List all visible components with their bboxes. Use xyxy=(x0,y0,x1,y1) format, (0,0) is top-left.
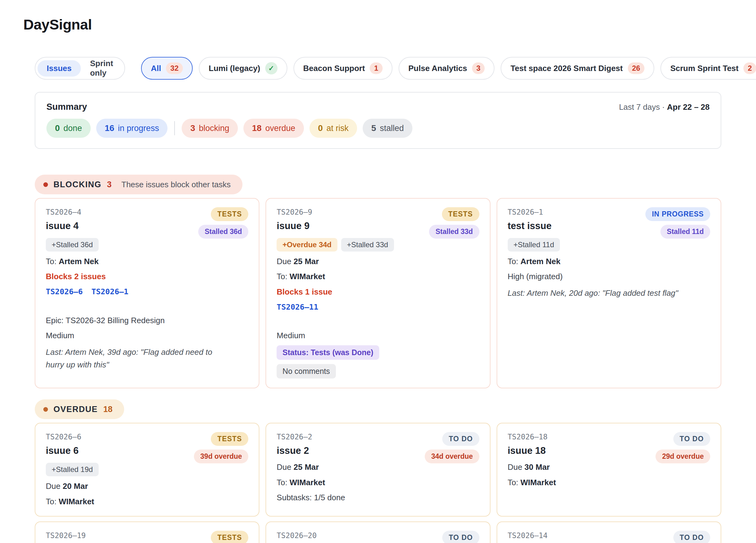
summary-stats: 0done16in progress3blocking18overdue0at … xyxy=(46,119,710,138)
detail-line: To: WIMarket xyxy=(277,272,479,282)
status-badge: IN PROGRESS xyxy=(645,207,710,221)
issue-card-ts2026-19[interactable]: TESTS29d overdueTS2026–19isuue 19+Stalle… xyxy=(35,521,259,543)
space-filter-label: Test space 2026 Smart Digest xyxy=(510,64,623,73)
status-pill: No comments xyxy=(277,364,336,379)
stat-at-risk: 0at risk xyxy=(309,119,357,138)
issue-chips: +Stalled 11d xyxy=(508,238,710,251)
count-badge: 3 xyxy=(472,62,485,74)
stat-label: overdue xyxy=(265,124,295,133)
view-toggle-sprint-only[interactable]: Sprint only xyxy=(81,55,122,81)
space-filter-label: Beacon Support xyxy=(303,64,365,73)
issue-card-ts2026-1[interactable]: IN PROGRESSStalled 11dTS2026–1test issue… xyxy=(497,198,721,388)
card-badges: TESTS29d overdue xyxy=(194,531,249,543)
pill-row: Status: Tests (was Done) xyxy=(277,345,479,360)
spacer xyxy=(277,312,479,326)
detail-line: To: WIMarket xyxy=(508,478,710,488)
status-badge: 39d overdue xyxy=(194,450,249,463)
issue-card-ts2026-2[interactable]: TO DO34d overdueTS2026–2issue 2Due 25 Ma… xyxy=(266,423,490,517)
issue-chips: +Stalled 36d xyxy=(46,238,248,251)
issue-title: isuue 4 xyxy=(46,219,212,232)
summary-header: Summary Last 7 days · Apr 22 – 28 xyxy=(46,102,710,112)
check-icon: ✓ xyxy=(265,62,278,74)
card-badges: TO DO29d overdue xyxy=(656,432,710,463)
page-title: DaySignal xyxy=(23,16,721,33)
detail-line: High (migrated) xyxy=(508,272,710,282)
issue-chip: +Stalled 11d xyxy=(508,238,560,251)
status-badge: TO DO xyxy=(442,432,479,446)
section-count: 18 xyxy=(103,405,112,414)
card-grid-blocking: TESTSStalled 36dTS2026–4isuue 4+Stalled … xyxy=(35,198,721,388)
issue-details: Due 20 MarTo: WIMarket xyxy=(46,481,248,507)
card-badges: TESTS39d overdue xyxy=(194,432,249,463)
issue-details: Due 25 MarTo: WIMarketBlocks 1 issueTS20… xyxy=(277,256,479,379)
detail-value: 25 Mar xyxy=(293,462,319,472)
space-filter-lumi-legacy[interactable]: Lumi (legacy)✓ xyxy=(199,57,287,80)
issue-link[interactable]: TS2026–1 xyxy=(91,287,128,297)
summary-period: Last 7 days · Apr 22 – 28 xyxy=(619,102,710,112)
detail-value: Artem Nek xyxy=(521,257,561,266)
stats-divider xyxy=(174,121,175,135)
card-badges: IN PROGRESSStalled 11d xyxy=(645,207,710,238)
section-dot-icon xyxy=(43,182,48,187)
detail-value: Artem Nek xyxy=(59,257,99,266)
space-filter-all[interactable]: All32 xyxy=(141,57,193,80)
detail-line: Subtasks: 1/5 done xyxy=(277,493,479,503)
card-badges: TO DO26d overdue xyxy=(656,531,710,543)
issue-card-ts2026-9[interactable]: TESTSStalled 33dTS2026–9isuue 9+Overdue … xyxy=(266,198,490,388)
filter-row: IssuesSprint only All32Lumi (legacy)✓Bea… xyxy=(35,57,721,80)
detail-value: WIMarket xyxy=(289,478,325,487)
detail-line: Due 25 Mar xyxy=(277,256,479,267)
card-badges: TO DO34d overdue xyxy=(425,432,479,463)
issue-card-ts2026-6[interactable]: TESTS39d overdueTS2026–6isuue 6+Stalled … xyxy=(35,423,259,517)
issue-chips: +Stalled 19d xyxy=(46,463,248,476)
issue-card-ts2026-14[interactable]: TO DO26d overdueTS2026–14Sub-task 7.1.7 … xyxy=(497,521,721,543)
issue-details: To: Artem NekBlocks 2 issuesTS2026–6TS20… xyxy=(46,256,248,371)
issue-link[interactable]: TS2026–11 xyxy=(277,302,318,313)
issue-card-ts2026-18[interactable]: TO DO29d overdueTS2026–18isuue 18Due 30 … xyxy=(497,423,721,517)
status-pill: Status: Tests (was Done) xyxy=(277,345,379,360)
section-dot-icon xyxy=(43,407,48,412)
issue-chips: +Overdue 34d+Stalled 33d xyxy=(277,238,479,251)
section-blocking: BLOCKING3These issues block other tasksT… xyxy=(35,149,721,388)
space-filter-pulse-analytics[interactable]: Pulse Analytics3 xyxy=(399,57,495,80)
count-badge: 26 xyxy=(628,62,645,74)
pill-row: No comments xyxy=(277,364,479,379)
stat-done: 0done xyxy=(46,119,91,138)
stat-value: 16 xyxy=(105,123,114,133)
issue-card-ts2026-4[interactable]: TESTSStalled 36dTS2026–4isuue 4+Stalled … xyxy=(35,198,259,388)
linked-issues: TS2026–11 xyxy=(277,302,479,313)
stat-value: 0 xyxy=(55,123,60,133)
issue-title: isuue 18 xyxy=(508,444,674,457)
view-toggle-issues[interactable]: Issues xyxy=(37,60,81,77)
space-filter-label: Lumi (legacy) xyxy=(209,64,260,73)
blocks-alert: Blocks 2 issues xyxy=(46,272,248,282)
last-comment: Last: Artem Nek, 20d ago: "Flag added te… xyxy=(508,287,680,299)
linked-issues: TS2026–6TS2026–1 xyxy=(46,287,248,297)
detail-line: To: WIMarket xyxy=(277,478,479,488)
detail-line: Due 25 Mar xyxy=(277,462,479,473)
status-badge: TO DO xyxy=(673,432,710,446)
status-badge: Stalled 11d xyxy=(660,225,710,238)
stat-label: blocking xyxy=(199,124,229,133)
issue-link[interactable]: TS2026–6 xyxy=(46,287,83,297)
space-filter-scrum-sprint-test[interactable]: Scrum Sprint Test2 xyxy=(660,57,756,80)
status-badge: TO DO xyxy=(673,531,710,543)
space-filters: All32Lumi (legacy)✓Beacon Support1Pulse … xyxy=(141,57,756,80)
detail-line: Due 30 Mar xyxy=(508,462,710,473)
space-filter-label: Pulse Analytics xyxy=(408,64,467,73)
section-name: BLOCKING xyxy=(53,180,101,189)
stat-label: done xyxy=(64,124,82,133)
space-filter-beacon-support[interactable]: Beacon Support1 xyxy=(293,57,392,80)
issue-details: Due 30 MarTo: WIMarket xyxy=(508,462,710,488)
detail-value: 25 Mar xyxy=(293,257,319,266)
spacer xyxy=(46,297,248,311)
issue-details: Due 25 MarTo: WIMarketSubtasks: 1/5 done xyxy=(277,462,479,503)
issue-card-ts2026-20[interactable]: TO DO29d overdueTS2026–20isuue 20Due 30 … xyxy=(266,521,490,543)
stat-value: 18 xyxy=(252,123,262,133)
count-badge: 2 xyxy=(743,62,756,74)
detail-value: WIMarket xyxy=(289,272,325,281)
space-filter-test-space-2026-smart-digest[interactable]: Test space 2026 Smart Digest26 xyxy=(501,57,654,80)
stat-value: 5 xyxy=(371,123,376,133)
last-comment: Last: Artem Nek, 39d ago: "Flag added ne… xyxy=(46,346,218,371)
stat-label: at risk xyxy=(326,124,348,133)
